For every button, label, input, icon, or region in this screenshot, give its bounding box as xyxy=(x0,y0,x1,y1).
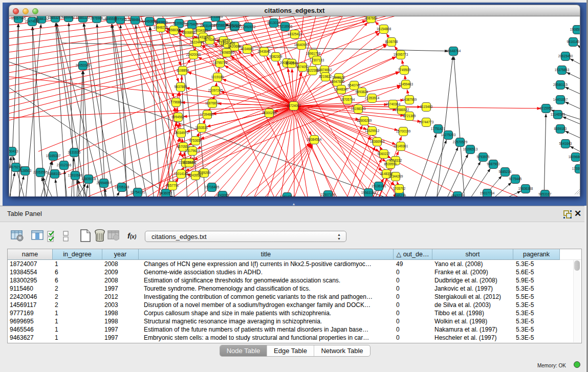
svg-text:21097245: 21097245 xyxy=(208,89,223,92)
svg-text:6540741: 6540741 xyxy=(348,83,361,87)
svg-text:18705794: 18705794 xyxy=(340,98,355,101)
svg-text:22053595: 22053595 xyxy=(33,170,48,174)
svg-text:19384554: 19384554 xyxy=(307,138,322,141)
svg-text:10853257: 10853257 xyxy=(48,16,63,19)
svg-text:18874652: 18874652 xyxy=(317,68,332,72)
svg-text:16224441: 16224441 xyxy=(190,40,205,44)
svg-text:8539591: 8539591 xyxy=(384,162,397,166)
svg-text:1705792: 1705792 xyxy=(393,187,406,190)
svg-text:7749509: 7749509 xyxy=(398,68,411,72)
svg-text:1019189: 1019189 xyxy=(211,75,224,79)
svg-text:12414394: 12414394 xyxy=(280,195,295,196)
svg-text:16396513: 16396513 xyxy=(463,147,478,151)
svg-text:8389269: 8389269 xyxy=(198,171,211,174)
svg-text:18366963: 18366963 xyxy=(370,140,385,143)
svg-text:15375853: 15375853 xyxy=(555,68,570,72)
svg-text:2943646: 2943646 xyxy=(258,50,271,53)
svg-text:15700199: 15700199 xyxy=(396,129,411,133)
svg-text:6368105: 6368105 xyxy=(49,172,61,176)
svg-text:3131636: 3131636 xyxy=(68,150,81,154)
svg-text:9816145: 9816145 xyxy=(567,40,580,43)
svg-text:9657791: 9657791 xyxy=(166,184,179,187)
svg-text:18300295: 18300295 xyxy=(262,111,277,115)
svg-text:1653531: 1653531 xyxy=(195,126,208,129)
svg-text:16640910: 16640910 xyxy=(294,43,309,47)
svg-text:13910648: 13910648 xyxy=(68,173,83,177)
svg-text:15198153: 15198153 xyxy=(351,107,366,111)
svg-text:5308102: 5308102 xyxy=(333,76,345,79)
svg-text:8721369: 8721369 xyxy=(403,114,416,118)
svg-text:13179613: 13179613 xyxy=(185,149,200,152)
svg-text:1108894: 1108894 xyxy=(177,69,189,72)
svg-text:9983893: 9983893 xyxy=(155,20,168,24)
svg-text:6420686: 6420686 xyxy=(228,45,241,48)
svg-text:8359183: 8359183 xyxy=(554,127,567,130)
svg-text:21012166: 21012166 xyxy=(57,163,72,167)
svg-text:20053346: 20053346 xyxy=(76,63,91,67)
svg-text:19688132: 19688132 xyxy=(34,17,49,20)
svg-text:16033809: 16033809 xyxy=(208,16,223,18)
svg-text:2087662: 2087662 xyxy=(365,16,378,20)
svg-text:19836388: 19836388 xyxy=(518,187,533,190)
svg-text:17559643: 17559643 xyxy=(572,167,580,170)
svg-text:16947830: 16947830 xyxy=(330,80,345,83)
svg-text:6994562: 6994562 xyxy=(172,115,185,119)
svg-text:17751421: 17751421 xyxy=(431,127,446,130)
svg-text:9837869: 9837869 xyxy=(175,85,187,89)
svg-text:10057945: 10057945 xyxy=(11,16,26,20)
svg-text:16961758: 16961758 xyxy=(306,52,321,55)
svg-text:21353914: 21353914 xyxy=(365,96,380,100)
svg-text:14275203: 14275203 xyxy=(441,133,456,137)
svg-text:13146585: 13146585 xyxy=(551,113,565,116)
svg-text:22507109: 22507109 xyxy=(321,193,336,196)
svg-text:4843718: 4843718 xyxy=(451,194,464,196)
svg-text:15165337: 15165337 xyxy=(46,154,61,158)
svg-text:7357224: 7357224 xyxy=(229,24,242,27)
svg-text:19017734: 19017734 xyxy=(480,191,495,195)
svg-text:3642648: 3642648 xyxy=(286,61,298,65)
svg-text:18795716: 18795716 xyxy=(213,61,228,64)
svg-text:8215958: 8215958 xyxy=(540,106,553,110)
svg-text:7674349: 7674349 xyxy=(204,38,216,41)
svg-text:9893824: 9893824 xyxy=(356,90,368,94)
svg-text:4570554: 4570554 xyxy=(177,145,190,148)
svg-text:11318461: 11318461 xyxy=(182,161,197,164)
svg-text:13805018: 13805018 xyxy=(81,177,96,181)
svg-text:10848230: 10848230 xyxy=(154,26,168,29)
svg-text:9034686: 9034686 xyxy=(241,47,254,51)
svg-text:18096865: 18096865 xyxy=(569,155,580,159)
svg-text:18724007: 18724007 xyxy=(287,104,301,107)
svg-text:9318332: 9318332 xyxy=(389,159,402,162)
svg-text:19448347: 19448347 xyxy=(334,87,349,91)
svg-text:18034339: 18034339 xyxy=(193,29,208,32)
svg-text:17394887: 17394887 xyxy=(200,113,215,116)
svg-text:20031404: 20031404 xyxy=(200,24,215,28)
svg-text:4743069: 4743069 xyxy=(216,193,229,196)
svg-text:16149361: 16149361 xyxy=(394,144,408,148)
svg-text:16648764: 16648764 xyxy=(446,49,461,53)
svg-text:5060227: 5060227 xyxy=(378,152,390,156)
svg-text:15588301: 15588301 xyxy=(167,28,182,32)
svg-text:3220921: 3220921 xyxy=(173,21,186,25)
svg-text:9082309: 9082309 xyxy=(270,55,282,58)
svg-text:5685216: 5685216 xyxy=(499,170,512,173)
svg-text:22806289: 22806289 xyxy=(357,119,372,122)
svg-text:14387959: 14387959 xyxy=(402,98,417,101)
svg-text:9953167: 9953167 xyxy=(539,192,552,196)
svg-text:16705148: 16705148 xyxy=(115,185,129,189)
svg-text:8106768: 8106768 xyxy=(385,40,398,43)
svg-text:22570529: 22570529 xyxy=(453,140,468,144)
svg-text:9115460: 9115460 xyxy=(420,105,433,108)
svg-text:14401657: 14401657 xyxy=(553,98,568,101)
svg-text:20615450: 20615450 xyxy=(558,54,573,58)
svg-text:8813014: 8813014 xyxy=(268,21,280,25)
svg-text:11014145: 11014145 xyxy=(174,172,188,176)
svg-text:20744773: 20744773 xyxy=(419,120,434,124)
svg-text:20740364: 20740364 xyxy=(386,102,401,106)
svg-text:5641643: 5641643 xyxy=(559,142,572,145)
svg-text:9887903: 9887903 xyxy=(487,162,500,166)
svg-text:12344269: 12344269 xyxy=(388,174,403,178)
svg-text:20580115: 20580115 xyxy=(553,83,568,86)
svg-text:5793975: 5793975 xyxy=(477,155,490,159)
svg-text:11459463: 11459463 xyxy=(399,82,413,86)
